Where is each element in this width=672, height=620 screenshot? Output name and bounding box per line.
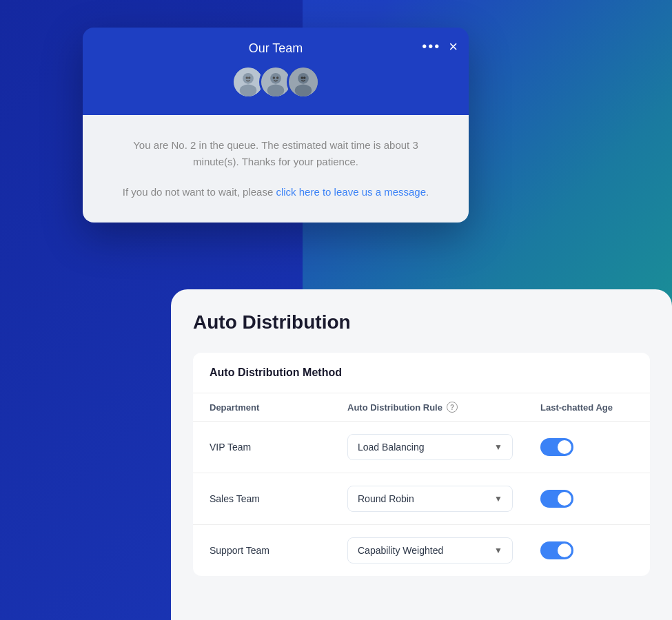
chat-body: You are No. 2 in the queue. The estimate… <box>83 115 469 223</box>
avatar-face <box>261 68 290 96</box>
method-card-title: Auto Distribution Method <box>193 353 650 393</box>
dropdown-value: Capability Weighted <box>358 545 443 556</box>
table-row: VIP Team Load Balancing ▼ <box>193 422 650 473</box>
rule-dropdown[interactable]: Load Balancing ▼ <box>347 434 513 460</box>
queue-message: You are No. 2 in the queue. The estimate… <box>116 137 436 170</box>
chat-title: Our Team <box>96 41 455 56</box>
chevron-down-icon: ▼ <box>494 546 502 555</box>
avatar-face <box>234 68 263 96</box>
chat-widget: ••• × Our Team <box>83 28 469 223</box>
leave-message: If you do not want to wait, please click… <box>116 184 436 200</box>
svg-point-6 <box>270 73 281 84</box>
leave-text-after: . <box>426 186 429 198</box>
col-last-chatted: Last-chatted Age <box>540 402 623 413</box>
svg-point-8 <box>273 76 276 79</box>
header-actions: ••• × <box>422 39 458 54</box>
table-header: Department Auto Distribution Rule ? Last… <box>193 393 650 422</box>
svg-point-4 <box>248 76 251 79</box>
col-rule: Auto Distribution Rule ? <box>347 402 540 413</box>
svg-point-3 <box>246 76 249 79</box>
toggle-switch[interactable] <box>540 438 573 456</box>
close-icon[interactable]: × <box>449 39 458 54</box>
chevron-down-icon: ▼ <box>494 494 502 504</box>
toggle-track <box>540 438 573 456</box>
leave-message-link[interactable]: click here to leave us a message <box>276 186 426 198</box>
dropdown-value: Load Balancing <box>358 442 425 453</box>
table-row: Support Team Capability Weighted ▼ <box>193 525 650 576</box>
rule-dropdown[interactable]: Round Robin ▼ <box>347 486 513 512</box>
svg-point-9 <box>276 76 279 79</box>
table-row: Sales Team Round Robin ▼ <box>193 473 650 525</box>
col-department: Department <box>210 402 347 413</box>
avatar <box>287 65 320 99</box>
dropdown-value: Round Robin <box>358 493 414 504</box>
svg-point-1 <box>243 73 254 84</box>
department-name: VIP Team <box>210 442 347 453</box>
toggle-switch[interactable] <box>540 490 573 508</box>
svg-point-14 <box>303 76 306 79</box>
svg-point-7 <box>267 85 285 97</box>
toggle-thumb <box>558 544 571 557</box>
svg-point-2 <box>240 85 257 97</box>
department-name: Sales Team <box>210 493 347 504</box>
method-card: Auto Distribution Method Department Auto… <box>193 353 650 576</box>
toggle-switch[interactable] <box>540 541 573 559</box>
help-icon[interactable]: ? <box>447 402 458 413</box>
toggle-track <box>540 490 573 508</box>
leave-text-before: If you do not want to wait, please <box>123 186 276 198</box>
toggle-thumb <box>558 440 571 454</box>
svg-point-11 <box>298 73 309 84</box>
department-name: Support Team <box>210 545 347 556</box>
auto-distribution-panel: Auto Distribution Auto Distribution Meth… <box>171 289 672 620</box>
chat-header: ••• × Our Team <box>83 28 469 115</box>
avatar-face <box>289 68 318 96</box>
rule-dropdown[interactable]: Capability Weighted ▼ <box>347 537 513 564</box>
svg-point-12 <box>295 85 312 97</box>
toggle-track <box>540 541 573 559</box>
toggle-thumb <box>558 492 571 506</box>
chevron-down-icon: ▼ <box>494 442 502 452</box>
page-title: Auto Distribution <box>193 311 650 333</box>
avatar-group <box>96 65 455 99</box>
more-options-icon[interactable]: ••• <box>422 39 440 54</box>
svg-point-13 <box>301 76 304 79</box>
